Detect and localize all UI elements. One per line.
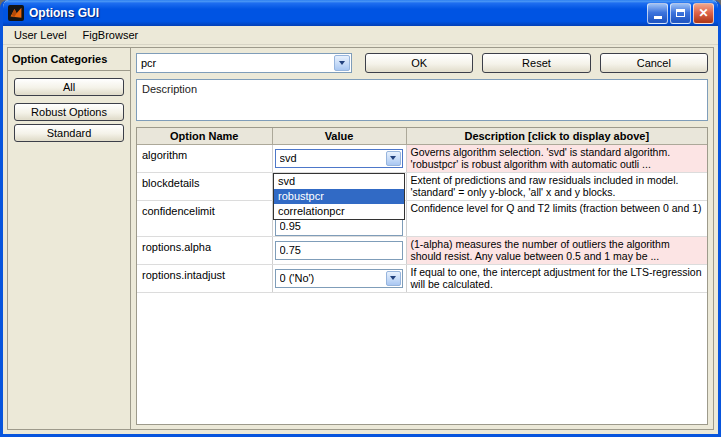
dropdown-option-correlationpcr[interactable]: correlationpcr	[274, 204, 404, 219]
table-row: roptions.alpha 0.75 (1-alpha) measures t…	[137, 236, 707, 264]
category-button-all[interactable]: All	[14, 78, 124, 96]
algorithm-value-combobox[interactable]: svd	[275, 149, 403, 168]
method-combobox-value: pcr	[141, 57, 334, 69]
maximize-icon	[676, 9, 685, 17]
window-title: Options GUI	[24, 6, 645, 20]
client-area: Option Categories All Robust Options Sta…	[7, 47, 714, 430]
option-description-cell[interactable]: (1-alpha) measures the number of outlier…	[406, 236, 707, 264]
option-value-cell: svd	[272, 144, 406, 172]
option-description-cell[interactable]: Governs algorithm selection. 'svd' is st…	[406, 144, 707, 172]
close-button[interactable]: ✕	[693, 3, 714, 24]
method-combobox[interactable]: pcr	[136, 53, 352, 73]
option-description-text: Confidence level for Q and T2 limits (fr…	[407, 201, 708, 228]
chevron-down-icon[interactable]	[334, 55, 350, 71]
option-value-cell: 0.75	[272, 236, 406, 264]
matlab-icon	[8, 5, 24, 21]
table-row: algorithm svd Governs algorithm selectio…	[137, 144, 707, 172]
roptions-alpha-value: 0.75	[280, 244, 402, 256]
option-name-cell[interactable]: blockdetails	[137, 172, 272, 200]
table-row: blockdetails Extent of predictions and r…	[137, 172, 707, 200]
confidencelimit-value: 0.95	[280, 220, 402, 232]
ok-button[interactable]: OK	[365, 53, 473, 73]
options-gui-window: Options GUI ✕ User Level FigBrowser Opti…	[0, 0, 721, 437]
option-description-text: Governs algorithm selection. 'svd' is st…	[407, 145, 708, 172]
main-panel: pcr OK Reset Cancel Description Option N…	[131, 48, 713, 429]
category-button-robust-options[interactable]: Robust Options	[14, 103, 124, 121]
cancel-button[interactable]: Cancel	[600, 53, 708, 73]
description-panel[interactable]: Description	[136, 79, 708, 121]
option-description-text: Extent of predictions and raw residuals …	[407, 173, 708, 200]
table-row: roptions.intadjust 0 ('No') If equal to …	[137, 264, 707, 292]
roptions-intadjust-value: 0 ('No')	[280, 272, 386, 284]
option-description-cell[interactable]: If equal to one, the intercept adjustmen…	[406, 264, 707, 292]
roptions-intadjust-value-combobox[interactable]: 0 ('No')	[275, 269, 403, 288]
dropdown-option-robustpcr[interactable]: robustpcr	[274, 189, 404, 204]
option-name-cell[interactable]: confidencelimit	[137, 200, 272, 236]
option-name-cell[interactable]: roptions.intadjust	[137, 264, 272, 292]
algorithm-dropdown-list: svd robustpcr correlationpcr	[273, 173, 405, 220]
chevron-down-icon[interactable]	[386, 271, 401, 286]
option-categories-panel: Option Categories All Robust Options Sta…	[8, 48, 131, 429]
minimize-button[interactable]	[647, 3, 668, 24]
option-description-text: (1-alpha) measures the number of outlier…	[407, 237, 708, 264]
algorithm-value: svd	[280, 152, 386, 164]
dropdown-arrow-icon	[339, 61, 345, 65]
options-table: Option Name Value Description [click to …	[136, 127, 708, 425]
category-button-standard[interactable]: Standard	[14, 124, 124, 142]
column-header-description[interactable]: Description [click to display above]	[406, 128, 707, 144]
top-controls-row: pcr OK Reset Cancel	[136, 53, 708, 73]
close-icon: ✕	[698, 6, 708, 20]
dropdown-arrow-icon	[390, 276, 396, 280]
menu-user-level[interactable]: User Level	[6, 27, 75, 43]
roptions-alpha-value-field[interactable]: 0.75	[275, 241, 403, 260]
description-label: Description	[142, 83, 197, 95]
menu-figbrowser[interactable]: FigBrowser	[75, 27, 147, 43]
reset-button[interactable]: Reset	[482, 53, 590, 73]
column-header-option-name[interactable]: Option Name	[137, 128, 272, 144]
option-description-text: If equal to one, the intercept adjustmen…	[407, 265, 708, 292]
option-categories-title: Option Categories	[8, 48, 130, 71]
option-description-cell[interactable]: Extent of predictions and raw residuals …	[406, 172, 707, 200]
chevron-down-icon[interactable]	[386, 151, 401, 166]
menubar: User Level FigBrowser	[3, 26, 718, 45]
table-row: confidencelimit 0.95 Confidence level fo…	[137, 200, 707, 236]
option-value-cell: 0 ('No')	[272, 264, 406, 292]
maximize-button[interactable]	[670, 3, 691, 24]
category-button-group: All Robust Options Standard	[8, 71, 130, 142]
option-name-cell[interactable]: roptions.alpha	[137, 236, 272, 264]
option-name-cell[interactable]: algorithm	[137, 144, 272, 172]
titlebar[interactable]: Options GUI ✕	[3, 0, 718, 26]
dropdown-option-svd[interactable]: svd	[274, 174, 404, 189]
column-header-value[interactable]: Value	[272, 128, 406, 144]
dropdown-arrow-icon	[390, 156, 396, 160]
option-description-cell[interactable]: Confidence level for Q and T2 limits (fr…	[406, 200, 707, 236]
minimize-icon	[654, 16, 662, 19]
